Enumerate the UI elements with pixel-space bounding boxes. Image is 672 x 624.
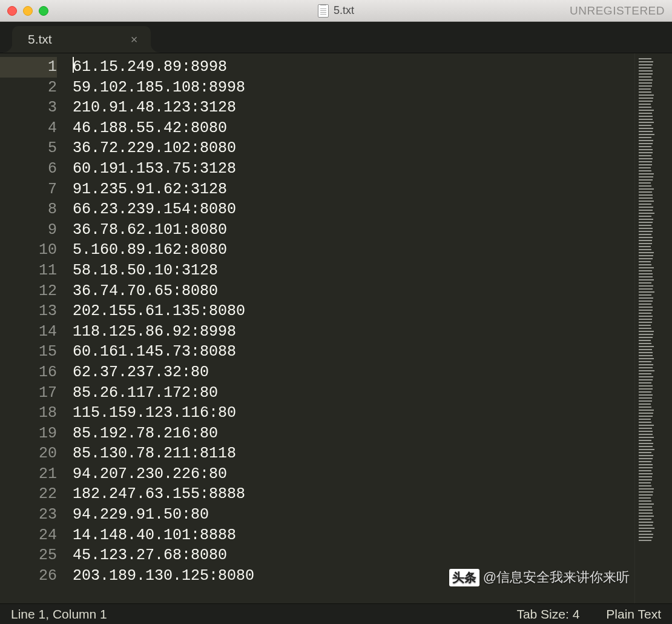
code-line[interactable]: 59.102.185.108:8998: [73, 78, 634, 98]
watermark: 头条 @信息安全我来讲你来听: [449, 568, 630, 586]
code-line[interactable]: 210.91.48.123:3128: [73, 98, 634, 118]
line-number: 15: [0, 342, 57, 362]
code-line[interactable]: 5.160.89.162:8080: [73, 240, 634, 261]
status-bar: Line 1, Column 1 Tab Size: 4 Plain Text: [0, 603, 672, 624]
watermark-logo: 头条: [449, 569, 479, 586]
line-number: 4: [0, 118, 57, 139]
line-number: 5: [0, 138, 57, 159]
line-number: 18: [0, 403, 57, 423]
line-number: 10: [0, 240, 57, 261]
editor-area: 1234567891011121314151617181920212223242…: [0, 53, 672, 603]
line-number: 8: [0, 199, 57, 220]
code-line[interactable]: 85.130.78.211:8118: [73, 443, 634, 464]
minimize-window-button[interactable]: [23, 6, 33, 16]
window-title-text: 5.txt: [334, 4, 354, 17]
line-number: 7: [0, 179, 57, 200]
line-number: 25: [0, 545, 57, 566]
text-editor[interactable]: 1234567891011121314151617181920212223242…: [0, 53, 634, 603]
line-number: 21: [0, 464, 57, 485]
line-number: 6: [0, 159, 57, 179]
syntax-field[interactable]: Plain Text: [593, 607, 661, 622]
code-line[interactable]: 202.155.61.135:8080: [73, 301, 634, 322]
code-line[interactable]: 14.148.40.101:8888: [73, 525, 634, 546]
code-line[interactable]: 61.15.249.89:8998: [73, 57, 634, 78]
text-cursor: [73, 57, 74, 73]
code-line[interactable]: 62.37.237.32:80: [73, 362, 634, 383]
line-number: 23: [0, 505, 57, 525]
cursor-position[interactable]: Line 1, Column 1: [11, 607, 120, 622]
line-number: 26: [0, 566, 57, 586]
line-number: 1: [0, 57, 57, 78]
code-line[interactable]: 94.207.230.226:80: [73, 464, 634, 485]
tab-size-field[interactable]: Tab Size: 4: [503, 607, 593, 622]
watermark-text: @信息安全我来讲你来听: [483, 568, 630, 586]
code-line[interactable]: 60.161.145.73:8088: [73, 342, 634, 362]
code-line[interactable]: 85.26.117.172:80: [73, 383, 634, 403]
tab-label: 5.txt: [28, 32, 52, 47]
code-line[interactable]: 46.188.55.42:8080: [73, 118, 634, 139]
code-content[interactable]: 61.15.249.89:899859.102.185.108:8998210.…: [68, 53, 634, 603]
code-line[interactable]: 36.72.229.102:8080: [73, 138, 634, 159]
minimap[interactable]: [634, 53, 672, 603]
window-titlebar: 5.txt UNREGISTERED: [0, 0, 672, 22]
code-line[interactable]: 115.159.123.116:80: [73, 403, 634, 423]
code-line[interactable]: 91.235.91.62:3128: [73, 179, 634, 200]
line-number: 2: [0, 78, 57, 98]
line-number: 24: [0, 525, 57, 546]
close-window-button[interactable]: [7, 6, 17, 16]
traffic-lights: [7, 6, 48, 16]
line-number: 20: [0, 443, 57, 464]
zoom-window-button[interactable]: [39, 6, 48, 16]
line-number-gutter: 1234567891011121314151617181920212223242…: [0, 53, 68, 603]
code-line[interactable]: 118.125.86.92:8998: [73, 322, 634, 342]
line-number: 14: [0, 322, 57, 342]
code-line[interactable]: 182.247.63.155:8888: [73, 484, 634, 505]
registration-status: UNREGISTERED: [570, 4, 665, 18]
line-number: 3: [0, 98, 57, 118]
line-number: 13: [0, 301, 57, 322]
window-title: 5.txt: [318, 4, 354, 18]
line-number: 22: [0, 484, 57, 505]
code-line[interactable]: 36.74.70.65:8080: [73, 281, 634, 302]
code-line[interactable]: 66.23.239.154:8080: [73, 199, 634, 220]
tab-file[interactable]: 5.txt ×: [12, 26, 151, 53]
line-number: 9: [0, 220, 57, 241]
code-line[interactable]: 45.123.27.68:8080: [73, 545, 634, 566]
document-icon: [318, 4, 329, 18]
code-line[interactable]: 60.191.153.75:3128: [73, 159, 634, 179]
line-number: 11: [0, 261, 57, 281]
tab-bar: 5.txt ×: [0, 22, 672, 53]
code-line[interactable]: 94.229.91.50:80: [73, 505, 634, 525]
code-line[interactable]: 36.78.62.101:8080: [73, 220, 634, 241]
line-number: 16: [0, 362, 57, 383]
line-number: 12: [0, 281, 57, 302]
code-line[interactable]: 58.18.50.10:3128: [73, 261, 634, 281]
close-tab-icon[interactable]: ×: [131, 33, 138, 47]
code-line[interactable]: 85.192.78.216:80: [73, 423, 634, 444]
line-number: 19: [0, 423, 57, 444]
line-number: 17: [0, 383, 57, 403]
